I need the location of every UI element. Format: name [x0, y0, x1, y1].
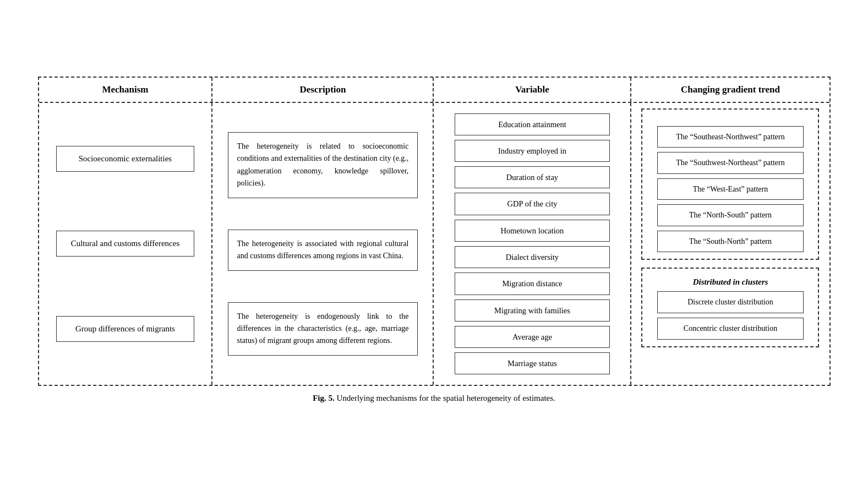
header-mechanism: Mechanism — [39, 78, 213, 102]
variable-dialect: Dialect diversity — [455, 246, 610, 268]
diagram: Mechanism Description Variable Changing … — [38, 77, 831, 386]
header-description: Description — [212, 78, 434, 102]
trend-discrete-cluster: Discrete cluster distribution — [657, 291, 804, 313]
variable-marriage: Marriage status — [455, 352, 610, 374]
variable-migration: Migration distance — [455, 273, 610, 295]
variable-education: Education attainment — [455, 113, 610, 135]
mechanism-col: Socioeconomic externalities Cultural and… — [39, 103, 213, 385]
description-3: The heterogeneity is endogenously link t… — [228, 302, 418, 356]
trend-west-east: The “West-East” pattern — [657, 178, 804, 200]
trend-concentric-cluster: Concentric cluster distribution — [657, 318, 804, 340]
trend-southeast-northwest: The “Southeast-Northwest” pattern — [657, 126, 804, 148]
variable-age: Average age — [455, 326, 610, 348]
variable-col: Education attainment Industry employed i… — [434, 103, 631, 385]
variable-hometown: Hometown location — [455, 220, 610, 242]
description-1: The heterogeneity is related to socioeco… — [228, 132, 418, 198]
variable-gdp: GDP of the city — [455, 193, 610, 215]
trend-south-north: The “South-North” pattern — [657, 231, 804, 253]
header-trend: Changing gradient trend — [631, 78, 829, 102]
description-2: The heterogeneity is associated with reg… — [228, 230, 418, 271]
trend-section-gradient: The “Southeast-Northwest” pattern The “S… — [641, 108, 819, 260]
caption-text: Underlying mechanisms for the spatial he… — [336, 394, 555, 402]
mechanism-cultural: Cultural and customs differences — [56, 231, 194, 257]
variable-families: Migrating with families — [455, 299, 610, 321]
trend-clusters-label: Distributed in clusters — [647, 277, 814, 287]
figure-caption: Fig. 5. Underlying mechanisms for the sp… — [38, 394, 831, 403]
variable-duration: Duration of stay — [455, 166, 610, 188]
description-col: The heterogeneity is related to socioeco… — [212, 103, 434, 385]
trend-col: The “Southeast-Northwest” pattern The “S… — [631, 103, 829, 385]
header-row: Mechanism Description Variable Changing … — [39, 78, 829, 103]
caption-label: Fig. 5. — [313, 394, 335, 402]
mechanism-group: Group differences of migrants — [56, 316, 194, 342]
main-content: Socioeconomic externalities Cultural and… — [39, 103, 829, 385]
figure-container: Mechanism Description Variable Changing … — [21, 66, 847, 420]
header-variable: Variable — [434, 78, 631, 102]
variable-industry: Industry employed in — [455, 140, 610, 162]
trend-southwest-northeast: The “Southwest-Northeast” pattern — [657, 152, 804, 174]
trend-north-south: The “North-South” pattern — [657, 204, 804, 226]
mechanism-socioeconomic: Socioeconomic externalities — [56, 146, 194, 172]
trend-section-clusters: Distributed in clusters Discrete cluster… — [641, 268, 819, 347]
